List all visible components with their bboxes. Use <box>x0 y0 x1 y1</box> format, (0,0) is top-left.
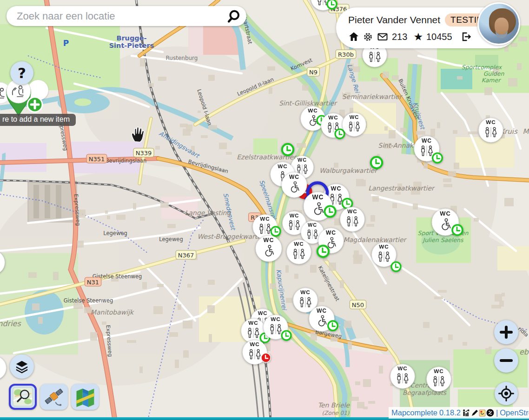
svg-text:WC: WC <box>397 365 407 371</box>
attribution-bar: Mapcomplete 0.18.2 | OpenStreetMap <box>389 407 529 419</box>
svg-text:N351: N351 <box>89 156 105 163</box>
layers-button[interactable] <box>10 354 34 379</box>
gear-icon[interactable] <box>363 32 373 42</box>
svg-text:N367: N367 <box>178 252 194 259</box>
mapcomplete-app: Brugge-Sint-PietersRustenburgPVaartstraa… <box>0 0 529 420</box>
svg-text:WC: WC <box>422 138 432 144</box>
svg-text:WC: WC <box>328 114 338 120</box>
map-label: Ten Briele <box>318 401 350 409</box>
road-ref-badge: N351 <box>86 154 107 163</box>
svg-text:WC: WC <box>250 341 259 347</box>
svg-text:WC: WC <box>326 230 336 236</box>
map-label: Manitobawijk <box>91 308 134 316</box>
mapcomplete-version: 0.18.2 <box>439 408 461 417</box>
attribution-separator: | <box>496 408 498 417</box>
help-button[interactable]: ? <box>10 61 33 85</box>
svg-text:WC: WC <box>440 210 451 217</box>
geolocate-button[interactable] <box>495 382 518 405</box>
user-panel[interactable]: Pieter Vander Vennet TESTING 213 ★ 10455 <box>336 7 517 48</box>
svg-text:WC: WC <box>290 213 299 218</box>
svg-text:R30b: R30b <box>338 51 354 58</box>
wc-marker-wh[interactable]: WC <box>254 234 283 265</box>
add-item-tooltip: re to add a new item <box>0 114 76 126</box>
attribution-icons <box>463 409 494 417</box>
openstreetmap-link[interactable]: OpenStreetMap <box>500 408 529 417</box>
svg-text:WC: WC <box>317 308 327 314</box>
road-ref-badge: N50 <box>350 300 366 309</box>
search-icon[interactable] <box>227 9 241 23</box>
avatar[interactable] <box>477 2 520 45</box>
map-label: Lange Vesting <box>185 209 231 217</box>
wc-marker-mf[interactable]: WC <box>310 0 337 13</box>
map-label: Gulden <box>483 70 505 77</box>
road-ref-badge: N9 <box>307 67 320 76</box>
svg-text:WC: WC <box>264 237 274 243</box>
osm-logo-badge-icon[interactable] <box>486 409 494 417</box>
background-option-satellite[interactable] <box>40 384 68 410</box>
svg-text:N31: N31 <box>87 279 99 286</box>
opening-hours-badge[interactable] <box>370 156 384 171</box>
hand-cursor-icon <box>131 126 145 144</box>
wc-marker-mf[interactable]: WC <box>285 238 312 267</box>
wc-marker-wh[interactable]: WC <box>308 305 336 335</box>
map-label: M <box>523 127 529 136</box>
svg-text:WC: WC <box>300 289 310 295</box>
zoom-in-button[interactable] <box>494 320 518 344</box>
background-option-map[interactable] <box>71 384 99 410</box>
wc-marker-sg[interactable]: WC <box>0 355 7 383</box>
opening-hours-badge[interactable] <box>316 244 330 260</box>
background-picker <box>9 384 99 410</box>
road-ref-badge: N31 <box>85 277 101 286</box>
wc-marker-mf[interactable]: WC <box>262 314 289 342</box>
mapcomplete-link[interactable]: Mapcomplete <box>391 408 437 417</box>
search-bar[interactable] <box>7 6 246 26</box>
map-label: P <box>63 39 69 48</box>
star-icon: ★ <box>413 31 423 43</box>
map-label: Bevrijdingslaan <box>106 158 147 164</box>
svg-text:WC: WC <box>308 222 317 228</box>
road-ref-badge: N367 <box>176 250 196 259</box>
map-label: Langestraatkwartier <box>368 184 435 192</box>
wc-marker-mf[interactable]: WC <box>241 339 268 368</box>
svg-text:WC: WC <box>248 320 258 326</box>
home-icon[interactable] <box>348 31 359 42</box>
map-label: Brugge- <box>116 34 146 42</box>
mail-icon[interactable] <box>377 31 389 42</box>
zoom-out-button[interactable] <box>494 348 518 373</box>
background-option-osm[interactable] <box>9 384 37 410</box>
svg-text:N50: N50 <box>352 302 364 308</box>
map-label: (Zone 01) <box>322 410 350 416</box>
map-label: Legeweg <box>103 230 127 236</box>
svg-text:WC: WC <box>294 241 304 247</box>
svg-text:WC: WC <box>312 193 324 201</box>
wc-marker-mf[interactable]: WC <box>370 241 397 270</box>
svg-text:WC: WC <box>379 243 389 249</box>
wc-marker-mf[interactable]: WC <box>413 135 441 164</box>
wc-marker-mf[interactable]: WC <box>389 363 416 392</box>
statistics-icon[interactable] <box>463 409 470 417</box>
svg-text:WC: WC <box>278 163 287 169</box>
add-plus-icon[interactable] <box>27 97 42 112</box>
user-name: Pieter Vander Vennet <box>348 14 440 26</box>
road-ref-badge: R30b <box>336 50 356 59</box>
map-label: Gistelse Steenweg <box>64 297 113 304</box>
svg-text:WC: WC <box>271 316 280 322</box>
folded-map-icon <box>74 387 96 407</box>
map-label: Rustenburg <box>166 55 198 61</box>
satellite-icon <box>43 387 65 407</box>
wc-marker-mf[interactable]: WC <box>341 112 367 139</box>
wc-marker-wh[interactable]: WC <box>430 207 460 239</box>
wc-marker-mf[interactable]: WC <box>477 117 504 145</box>
map-label: ndries <box>0 319 21 328</box>
road-ref-badge: N339 <box>133 148 154 157</box>
wc-marker-mf[interactable]: WC <box>0 249 6 278</box>
search-input[interactable] <box>16 10 227 23</box>
map-label: Sportcomplex <box>462 64 503 71</box>
svg-text:WC: WC <box>486 119 496 125</box>
pencil-icon[interactable] <box>471 409 478 417</box>
svg-text:WC: WC <box>308 107 317 113</box>
svg-text:N339: N339 <box>136 150 152 157</box>
wc-marker-mf[interactable]: WC <box>425 366 452 394</box>
logout-icon[interactable] <box>460 31 472 42</box>
geolocate-icon <box>498 386 514 401</box>
